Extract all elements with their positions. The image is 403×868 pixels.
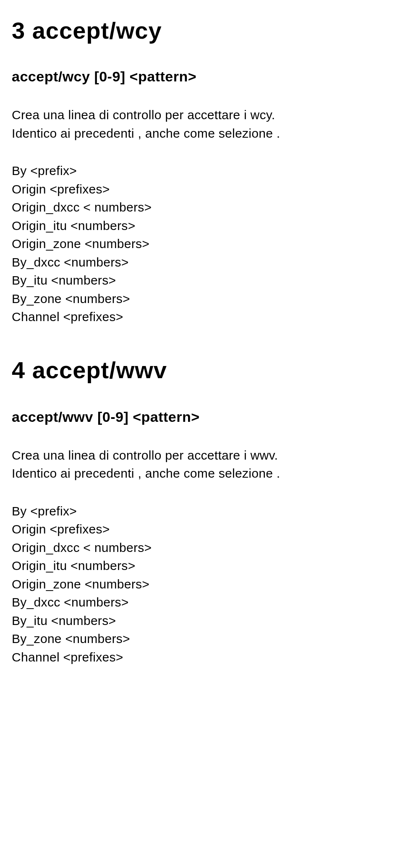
section-2-syntax: accept/wwv [0-9] <pattern> xyxy=(12,409,395,425)
section-1-desc-line2: Identico ai precedenti , anche come sele… xyxy=(12,126,280,140)
param-line: Origin_dxcc < numbers> xyxy=(12,198,395,217)
param-line: Channel <prefixes> xyxy=(12,648,395,667)
section-1-desc-line1: Crea una linea di controllo per accettar… xyxy=(12,108,275,122)
section-2-description: Crea una linea di controllo per accettar… xyxy=(12,446,395,483)
param-line: By_zone <numbers> xyxy=(12,290,395,308)
param-line: By <prefix> xyxy=(12,502,395,520)
param-line: Origin_itu <numbers> xyxy=(12,217,395,235)
param-line: Channel <prefixes> xyxy=(12,308,395,326)
param-line: Origin_zone <numbers> xyxy=(12,575,395,593)
param-line: By_itu <numbers> xyxy=(12,271,395,290)
param-line: Origin <prefixes> xyxy=(12,180,395,199)
section-1-description: Crea una linea di controllo per accettar… xyxy=(12,106,395,142)
param-line: By_dxcc <numbers> xyxy=(12,593,395,612)
param-line: Origin_zone <numbers> xyxy=(12,235,395,253)
section-1-heading: 3 accept/wcy xyxy=(12,17,395,44)
section-2-desc-line2: Identico ai precedenti , anche come sele… xyxy=(12,466,280,480)
param-line: Origin_itu <numbers> xyxy=(12,557,395,575)
section-2-heading: 4 accept/wwv xyxy=(12,356,395,384)
param-line: Origin_dxcc < numbers> xyxy=(12,539,395,557)
param-line: By <prefix> xyxy=(12,162,395,180)
section-2-params: By <prefix> Origin <prefixes> Origin_dxc… xyxy=(12,502,395,667)
section-1-syntax: accept/wcy [0-9] <pattern> xyxy=(12,68,395,85)
section-1-params: By <prefix> Origin <prefixes> Origin_dxc… xyxy=(12,162,395,326)
param-line: By_zone <numbers> xyxy=(12,630,395,648)
param-line: Origin <prefixes> xyxy=(12,520,395,539)
param-line: By_itu <numbers> xyxy=(12,612,395,630)
param-line: By_dxcc <numbers> xyxy=(12,253,395,272)
section-2-desc-line1: Crea una linea di controllo per accettar… xyxy=(12,448,278,462)
